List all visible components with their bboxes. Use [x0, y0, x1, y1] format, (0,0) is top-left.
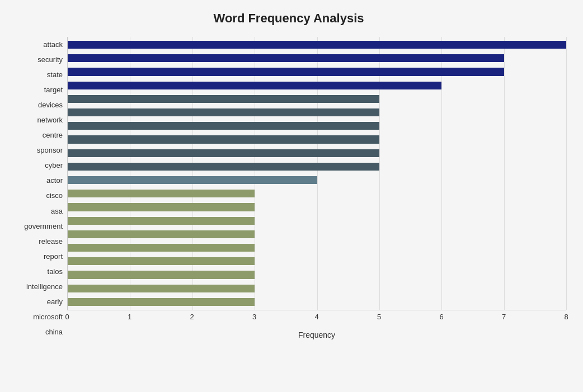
bar: [68, 149, 379, 157]
y-label: talos: [48, 268, 63, 275]
y-label: intelligence: [26, 283, 63, 290]
bar-row: [68, 38, 566, 51]
y-label: release: [39, 238, 63, 245]
y-label: security: [37, 56, 63, 63]
grid-line: [566, 37, 567, 310]
bar: [68, 257, 255, 265]
bar-row: [68, 133, 566, 146]
x-axis-title: Frequency: [67, 330, 566, 339]
bar: [68, 54, 504, 62]
y-label: government: [24, 223, 63, 230]
bar-row: [68, 241, 566, 254]
bar-row: [68, 295, 566, 309]
bar-row: [68, 228, 566, 241]
bar-row: [68, 147, 566, 160]
bar: [68, 230, 255, 238]
bar-row: [68, 214, 566, 228]
bar: [68, 41, 566, 49]
y-label: network: [37, 116, 63, 124]
bar: [68, 203, 255, 211]
bar: [68, 244, 255, 252]
bar-row: [68, 173, 566, 187]
y-label: china: [45, 328, 63, 336]
bar: [68, 135, 379, 143]
y-label: target: [44, 86, 63, 93]
y-label: centre: [43, 131, 63, 139]
bar-row: [68, 200, 566, 214]
y-label: cisco: [46, 192, 63, 199]
x-tick-label: 1: [128, 313, 131, 321]
bar-row: [68, 65, 566, 78]
bar: [68, 82, 441, 89]
bar-row: [68, 51, 566, 65]
bar-row: [68, 254, 566, 268]
bar-row: [68, 92, 566, 106]
y-label: sponsor: [37, 147, 63, 154]
y-label: attack: [43, 41, 63, 48]
bar: [68, 217, 255, 225]
y-label: actor: [46, 177, 63, 184]
x-tick-label: 8: [564, 313, 568, 321]
bar: [68, 163, 379, 171]
bar: [68, 68, 504, 75]
y-label: devices: [38, 101, 63, 108]
x-tick-label: 6: [439, 313, 443, 321]
bar-row: [68, 282, 566, 295]
chart-container: Word Frequency Analysis attacksecurityst…: [0, 0, 583, 392]
x-tick-label: 3: [252, 313, 256, 321]
y-label: microsoft: [33, 313, 63, 320]
bar-row: [68, 119, 566, 133]
chart-area: attacksecuritystatetargetdevicesnetworkc…: [11, 37, 566, 339]
x-tick-label: 0: [65, 313, 69, 321]
bars-area: [67, 37, 566, 310]
bar: [68, 122, 379, 130]
bar-row: [68, 160, 566, 173]
bar-row: [68, 106, 566, 119]
bar: [68, 271, 255, 278]
bar-row: [68, 268, 566, 281]
bar: [68, 176, 317, 184]
bar: [68, 285, 255, 292]
y-label: asa: [51, 207, 63, 215]
bar: [68, 108, 379, 116]
bar-row: [68, 187, 566, 200]
x-tick-label: 4: [314, 313, 318, 321]
y-axis-labels: attacksecuritystatetargetdevicesnetworkc…: [11, 37, 67, 339]
y-label: state: [47, 71, 63, 78]
chart-title: Word Frequency Analysis: [11, 11, 566, 26]
bars-inner: [68, 37, 566, 310]
y-label: cyber: [45, 162, 63, 169]
bar: [68, 298, 255, 306]
y-label: early: [47, 298, 63, 305]
y-label: report: [44, 253, 63, 260]
x-tick-label: 7: [502, 313, 506, 321]
bar-row: [68, 79, 566, 92]
x-tick-label: 5: [377, 313, 381, 321]
x-tick-label: 2: [190, 313, 194, 321]
bar: [68, 95, 379, 103]
bar: [68, 190, 255, 197]
